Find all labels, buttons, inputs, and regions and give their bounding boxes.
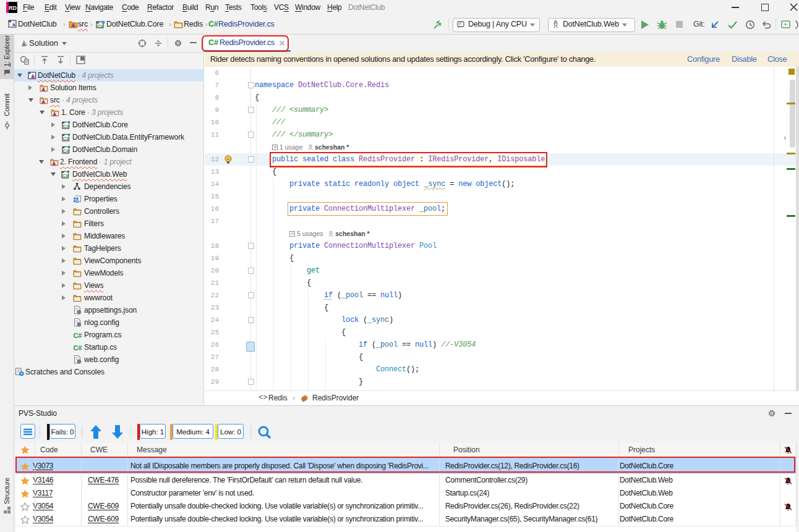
svg-text:C#: C# [97, 23, 104, 29]
svg-text:C#: C# [63, 148, 70, 154]
svg-text:C#: C# [63, 124, 70, 129]
svg-text:RD: RD [9, 5, 17, 11]
svg-text:C#: C# [74, 344, 82, 352]
svg-text:C#: C# [63, 136, 70, 141]
svg-text:C#: C# [62, 173, 69, 179]
svg-text:C#: C# [74, 332, 82, 339]
